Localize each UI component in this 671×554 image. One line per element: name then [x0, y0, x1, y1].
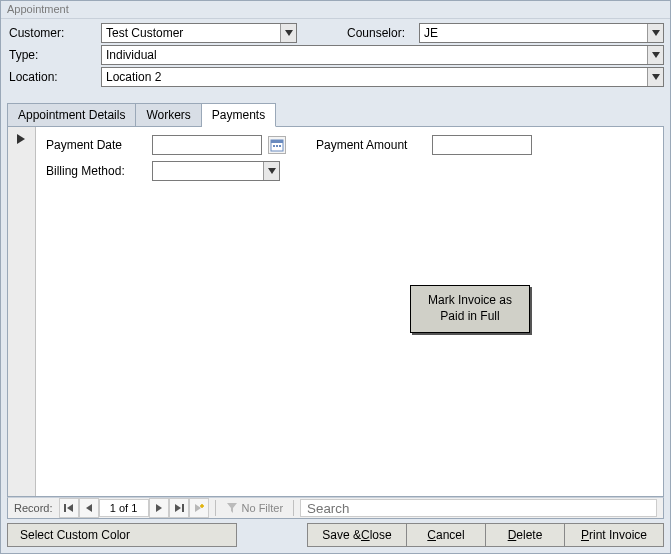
- record-selector[interactable]: [8, 127, 36, 496]
- delete-button[interactable]: Delete: [485, 523, 565, 547]
- svg-rect-2: [273, 145, 275, 147]
- payment-date-label: Payment Date: [46, 138, 146, 152]
- payment-amount-input[interactable]: [432, 135, 532, 155]
- search-input[interactable]: [300, 499, 657, 517]
- save-close-button[interactable]: Save & Close: [307, 523, 407, 547]
- svg-rect-3: [276, 145, 278, 147]
- tab-workers[interactable]: Workers: [136, 103, 201, 127]
- customer-combo[interactable]: Test Customer: [101, 23, 297, 43]
- cancel-button[interactable]: Cancel: [406, 523, 486, 547]
- record-position[interactable]: [99, 499, 149, 517]
- nav-new-icon[interactable]: [189, 498, 209, 518]
- nav-first-icon[interactable]: [59, 498, 79, 518]
- calendar-icon[interactable]: [268, 136, 286, 154]
- nav-prev-icon[interactable]: [79, 498, 99, 518]
- type-combo[interactable]: Individual: [101, 45, 664, 65]
- svg-rect-5: [64, 504, 66, 512]
- payment-date-input[interactable]: [152, 135, 262, 155]
- record-label: Record:: [8, 502, 59, 514]
- location-value: Location 2: [102, 70, 647, 84]
- funnel-icon: [226, 502, 238, 514]
- print-invoice-button[interactable]: Print Invoice: [564, 523, 664, 547]
- chevron-down-icon[interactable]: [647, 46, 663, 64]
- no-filter-text: No Filter: [242, 502, 284, 514]
- type-value: Individual: [102, 48, 647, 62]
- chevron-down-icon[interactable]: [647, 68, 663, 86]
- customer-label: Customer:: [7, 24, 97, 42]
- record-navigator: Record: No Filter: [7, 497, 664, 519]
- chevron-down-icon[interactable]: [647, 24, 663, 42]
- billing-method-combo[interactable]: [152, 161, 280, 181]
- current-record-arrow-icon: [16, 133, 26, 148]
- svg-rect-1: [271, 140, 283, 143]
- nav-last-icon[interactable]: [169, 498, 189, 518]
- tabs: Appointment Details Workers Payments: [1, 103, 670, 127]
- nav-next-icon[interactable]: [149, 498, 169, 518]
- tab-payments[interactable]: Payments: [202, 103, 276, 127]
- counselor-combo[interactable]: JE: [419, 23, 664, 43]
- footer-buttons: Select Custom Color Save & Close Cancel …: [1, 519, 670, 553]
- location-label: Location:: [7, 68, 97, 86]
- payments-panel: Payment Date Payment Amount: [7, 127, 664, 497]
- counselor-label: Counselor:: [345, 24, 415, 42]
- mark-invoice-paid-button[interactable]: Mark Invoice as Paid in Full: [410, 285, 530, 333]
- appointment-window: Appointment Customer: Test Customer Coun…: [0, 0, 671, 554]
- customer-value: Test Customer: [102, 26, 280, 40]
- type-label: Type:: [7, 46, 97, 64]
- location-combo[interactable]: Location 2: [101, 67, 664, 87]
- select-custom-color-button[interactable]: Select Custom Color: [7, 523, 237, 547]
- window-title: Appointment: [1, 1, 670, 19]
- tab-appointment-details[interactable]: Appointment Details: [7, 103, 136, 127]
- header-form: Customer: Test Customer Counselor: JE Ty…: [1, 19, 670, 95]
- counselor-value: JE: [420, 26, 647, 40]
- chevron-down-icon[interactable]: [280, 24, 296, 42]
- billing-method-label: Billing Method:: [46, 164, 146, 178]
- payment-amount-label: Payment Amount: [316, 138, 426, 152]
- svg-rect-6: [182, 504, 184, 512]
- svg-rect-4: [279, 145, 281, 147]
- filter-indicator[interactable]: No Filter: [222, 502, 288, 514]
- chevron-down-icon[interactable]: [263, 162, 279, 180]
